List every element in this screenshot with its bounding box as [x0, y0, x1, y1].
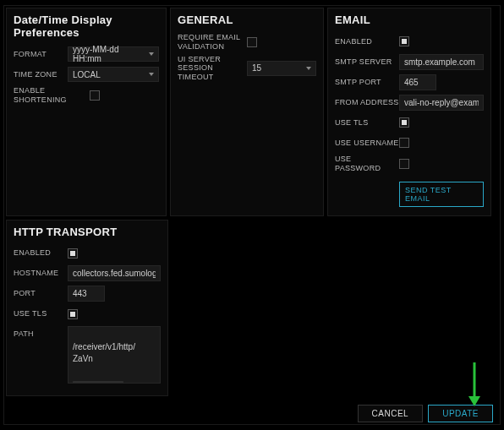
row-port: PORT [14, 286, 161, 302]
checkbox-email-tls[interactable] [399, 117, 409, 128]
row-from-address: FROM ADDRESS [335, 94, 484, 111]
label-path: PATH [14, 326, 68, 339]
select-format-value: yyyy-MM-dd HH:mm [73, 45, 149, 63]
input-port[interactable] [68, 286, 105, 302]
checkbox-http-enabled[interactable] [68, 248, 78, 259]
label-use-username: USE USERNAME [335, 139, 399, 148]
chevron-down-icon [149, 52, 154, 56]
label-from-address: FROM ADDRESS [335, 98, 399, 107]
label-session-timeout: UI SERVER SESSION TIMEOUT [178, 55, 247, 82]
row-http-tls: USE TLS [14, 306, 161, 323]
panel-email: EMAIL ENABLED SMTP SERVER SMTP PORT FROM… [327, 8, 491, 216]
path-text: /receiver/v1/http/ ZaVn [73, 341, 156, 365]
select-session-timeout[interactable]: 15 [247, 61, 316, 76]
row-email-enabled: ENABLED [335, 33, 484, 50]
label-hostname: HOSTNAME [14, 269, 68, 278]
panel-datetime: Date/Time Display Preferences FORMAT yyy… [6, 8, 167, 216]
row-hostname: HOSTNAME [14, 265, 161, 282]
row-use-username: USE USERNAME [335, 134, 484, 151]
row-smtp-port: SMTP PORT [335, 73, 484, 90]
update-button[interactable]: UPDATE [428, 405, 493, 422]
row-use-password: USE PASSWORD [335, 155, 484, 173]
cancel-button[interactable]: CANCEL [358, 405, 424, 422]
label-timezone: TIME ZONE [14, 70, 68, 79]
row-smtp-server: SMTP SERVER [335, 53, 484, 70]
redacted-line [73, 381, 123, 384]
chevron-down-icon [306, 67, 311, 70]
checkbox-email-enabled[interactable] [399, 36, 409, 46]
label-email-enabled: ENABLED [335, 37, 399, 46]
checkbox-shortening[interactable] [90, 90, 100, 101]
checkbox-require-email[interactable] [247, 37, 257, 47]
label-smtp-server: SMTP SERVER [335, 57, 399, 67]
panel-http: HTTP TRANSPORT ENABLED HOSTNAME PORT USE… [6, 220, 168, 396]
chevron-down-icon [149, 73, 154, 76]
select-format[interactable]: yyyy-MM-dd HH:mm [68, 46, 159, 62]
panel-general: GENERAL REQUIRE EMAIL VALIDATION UI SERV… [170, 8, 324, 216]
panel-title-http: HTTP TRANSPORT [14, 226, 161, 238]
label-use-password: USE PASSWORD [335, 155, 399, 173]
label-smtp-port: SMTP PORT [335, 78, 399, 87]
checkbox-http-tls[interactable] [68, 309, 78, 319]
checkbox-use-username[interactable] [399, 138, 409, 148]
row-format: FORMAT yyyy-MM-dd HH:mm [14, 46, 159, 63]
row-email-tls: USE TLS [335, 114, 484, 131]
label-shortening: ENABLE SHORTENING [14, 86, 90, 105]
send-test-email-button[interactable]: SEND TEST EMAIL [399, 182, 484, 207]
row-timezone: TIME ZONE LOCAL [14, 66, 159, 83]
select-timezone-value: LOCAL [73, 70, 101, 79]
label-email-tls: USE TLS [335, 118, 399, 128]
label-format: FORMAT [14, 50, 68, 59]
label-port: PORT [14, 289, 68, 298]
input-hostname[interactable] [68, 265, 161, 281]
textarea-path[interactable]: /receiver/v1/http/ ZaVn [68, 326, 161, 384]
row-shortening: ENABLE SHORTENING [14, 86, 159, 105]
input-from-address[interactable] [399, 95, 484, 111]
input-smtp-port[interactable] [399, 74, 436, 90]
panel-title-general: GENERAL [178, 14, 316, 26]
select-timezone[interactable]: LOCAL [68, 67, 159, 82]
footer-bar: CANCEL UPDATE [4, 402, 500, 424]
row-http-enabled: ENABLED [14, 245, 161, 262]
row-path: PATH /receiver/v1/http/ ZaVn [14, 326, 161, 384]
input-smtp-server[interactable] [399, 54, 484, 70]
label-http-enabled: ENABLED [14, 248, 68, 258]
row-session-timeout: UI SERVER SESSION TIMEOUT 15 [178, 55, 316, 82]
panel-title-datetime: Date/Time Display Preferences [14, 14, 159, 39]
row-require-email: REQUIRE EMAIL VALIDATION [178, 33, 316, 52]
panel-title-email: EMAIL [335, 14, 484, 26]
checkbox-use-password[interactable] [399, 159, 409, 169]
label-require-email: REQUIRE EMAIL VALIDATION [178, 33, 247, 52]
label-http-tls: USE TLS [14, 309, 68, 318]
select-session-timeout-value: 15 [252, 63, 261, 73]
